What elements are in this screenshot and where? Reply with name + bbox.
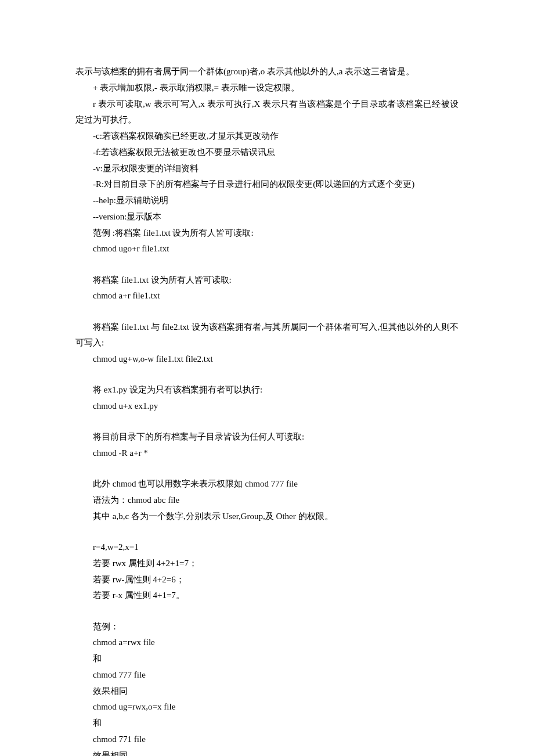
blank-line [75,525,459,540]
text-line: r=4,w=2,x=1 [75,539,459,556]
text-line: -v:显示权限变更的详细资料 [75,161,459,177]
text-line: 效果相同 [75,748,459,757]
text-line: -f:若该档案权限无法被更改也不要显示错误讯息 [75,145,459,161]
text-line: 将档案 file1.txt 设为所有人皆可读取: [75,272,459,289]
text-line: 若要 r-x 属性则 4+1=7。 [75,588,459,604]
blank-line [75,257,459,272]
text-line: chmod -R a+r * [75,445,459,462]
text-line: chmod ug=rwx,o=x file [75,699,459,715]
text-line: 效果相同 [75,683,459,700]
text-line: chmod ug+w,o-w file1.txt file2.txt [75,351,459,368]
text-line: 将 ex1.py 设定为只有该档案拥有者可以执行: [75,382,459,398]
text-line: 和 [75,715,459,732]
text-line: 将档案 file1.txt 与 file2.txt 设为该档案拥有者,与其所属同… [75,319,459,352]
text-line: 其中 a,b,c 各为一个数字,分别表示 User,Group,及 Other … [75,509,459,525]
blank-line [75,604,459,619]
text-line: 语法为：chmod abc file [75,492,459,509]
blank-line [75,304,459,319]
text-line: chmod a=rwx file [75,635,459,651]
blank-line [75,462,459,477]
text-line: 若要 rwx 属性则 4+2+1=7； [75,556,459,572]
text-line: 和 [75,651,459,667]
blank-line [75,415,459,430]
text-line: chmod u+x ex1.py [75,398,459,415]
text-line: chmod a+r file1.txt [75,288,459,304]
text-line: r 表示可读取,w 表示可写入,x 表示可执行,X 表示只有当该档案是个子目录或… [75,96,459,129]
text-line: chmod 771 file [75,732,459,748]
text-line: -R:对目前目录下的所有档案与子目录进行相同的权限变更(即以递回的方式逐个变更) [75,177,459,193]
blank-line [75,368,459,383]
text-line: chmod 777 file [75,667,459,683]
text-line: 范例 :将档案 file1.txt 设为所有人皆可读取: [75,225,459,242]
text-line: 范例： [75,619,459,635]
text-line: -c:若该档案权限确实已经更改,才显示其更改动作 [75,128,459,145]
text-line: 此外 chmod 也可以用数字来表示权限如 chmod 777 file [75,476,459,492]
text-line: 将目前目录下的所有档案与子目录皆设为任何人可读取: [75,429,459,445]
text-line: --help:显示辅助说明 [75,193,459,209]
text-line: chmod ugo+r file1.txt [75,241,459,257]
text-line: 表示与该档案的拥有者属于同一个群体(group)者,o 表示其他以外的人,a 表… [75,64,459,80]
text-line: --version:显示版本 [75,209,459,225]
text-line: 若要 rw-属性则 4+2=6； [75,572,459,588]
text-line: + 表示增加权限,- 表示取消权限,= 表示唯一设定权限。 [75,80,459,96]
